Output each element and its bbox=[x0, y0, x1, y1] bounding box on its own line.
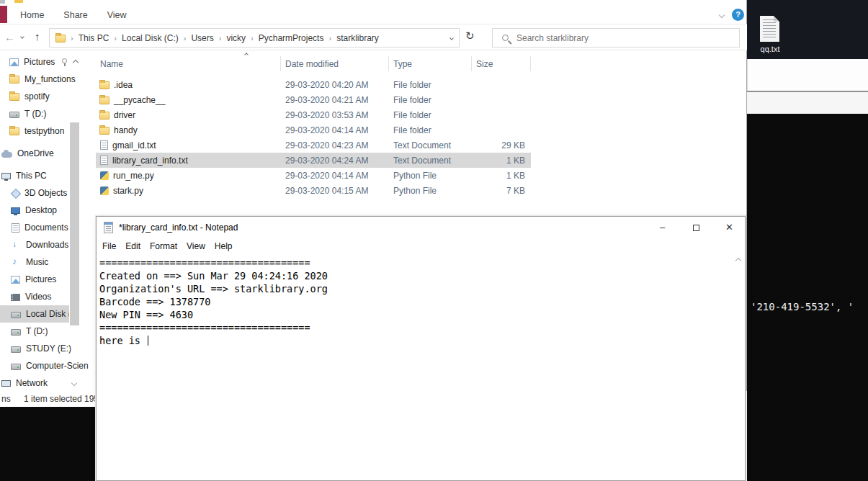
file-row[interactable]: library_card_info.txt 29-03-2020 04:24 A… bbox=[96, 153, 531, 168]
refresh-icon[interactable]: ↻ bbox=[465, 30, 475, 42]
file-name-cell[interactable]: stark.py bbox=[96, 186, 281, 196]
breadcrumb-label[interactable]: PycharmProjects bbox=[259, 33, 324, 43]
file-date: 29-03-2020 04:21 AM bbox=[281, 95, 389, 105]
navigation-bar: ← ↑ ›This PC›Local Disk (C:)›Users›vicky… bbox=[0, 24, 747, 50]
file-name: gmail_id.txt bbox=[112, 140, 156, 150]
breadcrumb-item[interactable]: ›vicky bbox=[214, 33, 246, 43]
menu-item[interactable]: Help bbox=[215, 241, 233, 251]
file-date: 29-03-2020 04:14 AM bbox=[281, 171, 389, 181]
file-row[interactable]: gmail_id.txt 29-03-2020 04:23 AM Text Do… bbox=[96, 138, 531, 153]
breadcrumb-label[interactable]: Local Disk (C:) bbox=[122, 33, 179, 43]
sidebar-item[interactable]: 3D Objects bbox=[0, 184, 94, 202]
menu-item[interactable]: Edit bbox=[125, 241, 140, 251]
sidebar-scrollbar-thumb[interactable] bbox=[70, 122, 79, 325]
desktop-area: qq.txt bbox=[747, 0, 868, 59]
minimize-button[interactable]: – bbox=[646, 217, 679, 238]
history-dropdown-icon[interactable] bbox=[20, 35, 24, 39]
quick-access-list: Pictures My_functions spotify T bbox=[0, 53, 94, 140]
file-row[interactable]: __pycache__ 29-03-2020 04:21 AM File fol… bbox=[96, 92, 531, 107]
desktop-file-label[interactable]: qq.txt bbox=[747, 45, 793, 53]
file-name-cell[interactable]: driver bbox=[96, 110, 281, 120]
sidebar-item-this-pc[interactable]: This PC bbox=[0, 167, 94, 184]
file-name-cell[interactable]: __pycache__ bbox=[96, 95, 281, 105]
sidebar-item[interactable]: Local Disk (C:) bbox=[0, 305, 69, 323]
file-menu-button[interactable] bbox=[0, 6, 7, 23]
ribbon-tab[interactable]: View bbox=[107, 10, 127, 20]
sidebar-item[interactable]: Downloads bbox=[0, 236, 94, 253]
file-row[interactable]: handy 29-03-2020 04:14 AM File folder bbox=[96, 122, 531, 138]
file-size: 1 KB bbox=[472, 171, 531, 181]
file-type-icon bbox=[100, 140, 108, 150]
file-row[interactable]: run_me.py 29-03-2020 04:14 AM Python Fil… bbox=[96, 168, 531, 183]
maximize-icon bbox=[693, 225, 699, 231]
file-name-cell[interactable]: gmail_id.txt bbox=[96, 140, 281, 150]
maximize-button[interactable] bbox=[680, 217, 712, 238]
sidebar-item[interactable]: Pictures bbox=[0, 271, 94, 288]
sidebar-item[interactable]: T (D:) bbox=[0, 323, 94, 340]
file-row[interactable]: .idea 29-03-2020 04:20 AM File folder bbox=[96, 77, 531, 92]
file-name-cell[interactable]: run_me.py bbox=[96, 171, 281, 181]
file-date: 29-03-2020 03:53 AM bbox=[281, 110, 389, 120]
back-button[interactable]: ← bbox=[4, 31, 15, 43]
file-size: 7 KB bbox=[472, 186, 531, 196]
notepad-text-area[interactable]: ====================================Crea… bbox=[99, 256, 732, 480]
menu-item[interactable]: View bbox=[187, 241, 205, 251]
file-name-cell[interactable]: handy bbox=[96, 125, 281, 135]
file-name: .idea bbox=[114, 80, 133, 90]
sidebar-item[interactable]: Documents bbox=[0, 219, 94, 236]
column-header[interactable]: Date modified bbox=[281, 56, 389, 71]
screen: qq.txt '210-419-5532', ' HomeShareView ?… bbox=[0, 0, 868, 481]
column-header[interactable]: Name bbox=[96, 56, 281, 71]
sidebar-item[interactable]: T (D:) bbox=[0, 105, 94, 122]
file-name-cell[interactable]: library_card_info.txt bbox=[96, 156, 281, 166]
address-folder-icon bbox=[55, 35, 66, 42]
sidebar-item[interactable]: Computer-Scien bbox=[0, 357, 94, 374]
breadcrumb-item[interactable]: ›PycharmProjects bbox=[246, 33, 323, 43]
ribbon-tab[interactable]: Share bbox=[63, 10, 87, 20]
sidebar-item[interactable]: Pictures bbox=[0, 53, 94, 71]
breadcrumb-label[interactable]: vicky bbox=[226, 33, 246, 43]
breadcrumb-separator-icon: › bbox=[251, 34, 254, 42]
breadcrumb-item[interactable]: ›starklibrary bbox=[323, 33, 378, 43]
file-date: 29-03-2020 04:20 AM bbox=[281, 80, 389, 90]
sidebar-item-label: Pictures bbox=[24, 57, 55, 67]
column-header[interactable]: Size bbox=[472, 56, 531, 71]
sidebar-item-network[interactable]: Network bbox=[0, 374, 94, 391]
column-header[interactable]: Type bbox=[389, 56, 472, 71]
ribbon-collapse-icon[interactable] bbox=[719, 12, 725, 18]
breadcrumb-label[interactable]: Users bbox=[191, 33, 213, 43]
address-dropdown-icon[interactable] bbox=[449, 36, 454, 40]
breadcrumb-item[interactable]: ›This PC bbox=[66, 33, 109, 43]
search-box[interactable] bbox=[492, 28, 740, 48]
breadcrumb-item[interactable]: ›Local Disk (C:) bbox=[109, 33, 178, 43]
sidebar-item-icon bbox=[9, 76, 19, 84]
sidebar-item-label: This PC bbox=[16, 171, 47, 181]
ribbon-tab[interactable]: Home bbox=[20, 10, 44, 20]
notepad-scroll-up-icon[interactable] bbox=[735, 258, 741, 264]
search-input[interactable] bbox=[515, 32, 739, 44]
menu-item[interactable]: File bbox=[102, 241, 116, 251]
sidebar-item[interactable]: STUDY (E:) bbox=[0, 340, 94, 357]
close-button[interactable]: ✕ bbox=[713, 217, 746, 238]
help-icon[interactable]: ? bbox=[732, 9, 744, 21]
sidebar-item-onedrive[interactable]: OneDrive bbox=[0, 145, 94, 162]
file-row[interactable]: stark.py 29-03-2020 04:15 AM Python File… bbox=[96, 183, 531, 198]
network-icon bbox=[1, 380, 11, 387]
sidebar-item[interactable]: Videos bbox=[0, 288, 94, 305]
file-type-icon bbox=[100, 156, 108, 165]
sidebar-item[interactable]: spotify bbox=[0, 88, 94, 105]
breadcrumb-label[interactable]: starklibrary bbox=[336, 33, 379, 43]
up-button[interactable]: ↑ bbox=[35, 30, 40, 42]
sidebar-item[interactable]: Music bbox=[0, 253, 94, 271]
breadcrumb-label[interactable]: This PC bbox=[79, 33, 109, 43]
sidebar-item-icon bbox=[9, 58, 19, 66]
file-name-cell[interactable]: .idea bbox=[96, 80, 281, 90]
sidebar-item[interactable]: testpython bbox=[0, 122, 94, 140]
text-file-icon[interactable] bbox=[760, 16, 779, 42]
sidebar-item[interactable]: Desktop bbox=[0, 202, 94, 219]
breadcrumb-item[interactable]: ›Users bbox=[179, 33, 214, 43]
file-row[interactable]: driver 29-03-2020 03:53 AM File folder bbox=[96, 107, 531, 122]
address-bar[interactable]: ›This PC›Local Disk (C:)›Users›vicky›Pyc… bbox=[49, 28, 460, 48]
sidebar-item[interactable]: My_functions bbox=[0, 71, 94, 88]
menu-item[interactable]: Format bbox=[150, 241, 177, 251]
